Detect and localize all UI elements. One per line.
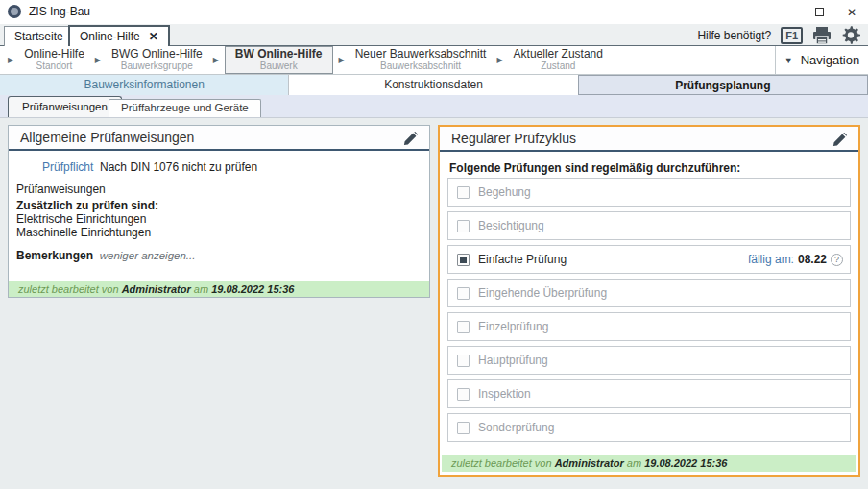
window-controls: ✕	[770, 0, 868, 24]
title-bar: ZIS Ing-Bau ✕	[0, 0, 868, 24]
main-tabs: Bauwerksinformationen Konstruktionsdaten…	[0, 75, 868, 95]
checkbox[interactable]	[457, 287, 470, 300]
last-edited-bar: zuletzt bearbeitet von Administrator am …	[442, 455, 856, 472]
panel-regulaerer-pruefzyklus: Regulärer Prüfzyklus Folgende Prüfungen …	[438, 125, 860, 477]
panel-title: Allgemeine Prüfanweisungen	[20, 130, 194, 145]
app-window: ZIS Ing-Bau ✕ Startseite Online-Hilfe ✕ …	[0, 0, 868, 489]
sub-tab-strip: Prüfanweisungen Prüffahrzeuge und Geräte	[0, 95, 868, 118]
edit-button[interactable]	[400, 130, 420, 149]
breadcrumb-item-bauwerksgruppe[interactable]: BWG Online-Hilfe Bauwerksgruppe	[107, 48, 207, 72]
pencil-icon	[402, 132, 418, 147]
window-title: ZIS Ing-Bau	[29, 5, 90, 18]
due-date-group: fällig am: 08.22 ?	[748, 253, 843, 266]
breadcrumb-arrow-icon: ▶	[333, 56, 350, 64]
minimize-icon	[782, 12, 791, 12]
checkrow-sonderpruefung[interactable]: Sonderprüfung	[447, 413, 851, 442]
last-edited-user: Administrator	[555, 457, 624, 469]
pencil-icon	[832, 133, 847, 148]
breadcrumb-item-standort[interactable]: Online-Hilfe Standort	[19, 48, 89, 72]
breadcrumb-bar: ▶ Online-Hilfe Standort ▶ BWG Online-Hil…	[0, 46, 868, 75]
tab-bauwerksinformationen[interactable]: Bauwerksinformationen	[0, 75, 289, 95]
pruefpflicht-row: Prüfpflicht Nach DIN 1076 nicht zu prüfe…	[42, 160, 257, 174]
breadcrumb-arrow-icon: ▶	[2, 56, 19, 64]
panel-title: Regulärer Prüfzyklus	[451, 131, 576, 146]
bemerkungen-row: Bemerkungen weniger anzeigen...	[16, 249, 195, 262]
zusatz-heading: Zusätzlich zu prüfen sind:	[16, 199, 158, 212]
document-tabstrip: Startseite Online-Hilfe ✕ Hilfe benötigt…	[0, 24, 868, 46]
last-edited-bar: zuletzt bearbeitet von Administrator am …	[9, 281, 429, 297]
checkrow-begehung[interactable]: Begehung	[447, 178, 851, 207]
checkrow-einzelpruefung[interactable]: Einzelprüfung	[447, 312, 851, 341]
last-edited-user: Administrator	[122, 283, 191, 295]
checklist-intro: Folgende Prüfungen sind regelmäßig durch…	[449, 161, 740, 175]
checkbox[interactable]	[457, 355, 470, 367]
panel-header: Regulärer Prüfzyklus	[440, 127, 858, 152]
settings-button[interactable]	[841, 26, 860, 45]
checkbox[interactable]	[457, 388, 470, 401]
checkrow-besichtigung[interactable]: Besichtigung	[447, 211, 851, 240]
close-icon: ✕	[847, 6, 856, 19]
bemerkungen-label: Bemerkungen	[16, 249, 93, 262]
checkrow-inspektion[interactable]: Inspektion	[447, 379, 851, 408]
checkbox[interactable]	[457, 220, 470, 232]
tab-pruefungsplanung-active[interactable]: Prüfungsplanung	[578, 75, 868, 95]
edit-button[interactable]	[830, 131, 849, 150]
checkbox[interactable]	[457, 321, 470, 333]
maximize-icon	[815, 8, 824, 16]
pruefanweisungen-link[interactable]: Prüfanweisungen	[16, 183, 106, 196]
chevron-down-icon: ▼	[784, 56, 793, 65]
last-edited-datetime: 19.08.2022 15:36	[644, 457, 727, 469]
maximize-button[interactable]	[803, 0, 835, 24]
checklist: Begehung Besichtigung Einfache Prüfung f…	[447, 178, 851, 447]
breadcrumb-arrow-icon: ▶	[89, 56, 107, 64]
checkrow-einfache-pruefung[interactable]: Einfache Prüfung fällig am: 08.22 ?	[447, 245, 851, 274]
pruefpflicht-value: Nach DIN 1076 nicht zu prüfen	[100, 160, 257, 174]
zusatz-item: Elektrische Einrichtungen	[16, 212, 146, 226]
app-logo-icon	[8, 5, 21, 18]
close-button[interactable]: ✕	[835, 0, 868, 24]
tab-label: Startseite	[14, 30, 63, 43]
breadcrumb-arrow-icon: ▶	[207, 56, 225, 64]
breadcrumb-item-zustand[interactable]: Aktueller Zustand Zustand	[509, 48, 608, 72]
pruefpflicht-label: Prüfpflicht	[42, 160, 93, 174]
tab-close-icon[interactable]: ✕	[149, 30, 158, 43]
due-value: 08.22	[798, 253, 827, 266]
breadcrumb-item-bauwerksabschnitt[interactable]: Neuer Bauwerksabschnitt Bauwerksabschnit…	[350, 48, 492, 72]
breadcrumb-item-bauwerk-active[interactable]: BW Online-Hilfe Bauwerk	[225, 46, 333, 74]
tab-online-hilfe[interactable]: Online-Hilfe ✕	[68, 25, 170, 46]
subtab-pruefanweisungen-active[interactable]: Prüfanweisungen	[8, 96, 122, 117]
panel-allgemeine-pruefanweisungen: Allgemeine Prüfanweisungen Prüfpflicht N…	[8, 125, 430, 298]
zusatz-item: Maschinelle Einrichtungen	[16, 226, 151, 239]
checkbox[interactable]	[457, 186, 470, 199]
help-question-icon[interactable]: ?	[831, 254, 843, 266]
tab-label: Online-Hilfe	[80, 30, 140, 43]
checkbox[interactable]	[457, 422, 470, 434]
due-label: fällig am:	[748, 253, 794, 266]
tab-startseite[interactable]: Startseite	[4, 26, 74, 46]
minimize-button[interactable]	[770, 0, 803, 24]
printer-icon	[812, 27, 832, 44]
f1-help-button[interactable]: F1	[781, 27, 803, 44]
breadcrumb: ▶ Online-Hilfe Standort ▶ BWG Online-Hil…	[2, 46, 608, 74]
print-button[interactable]	[812, 26, 832, 45]
gear-icon	[841, 25, 860, 45]
panel-header: Allgemeine Prüfanweisungen	[9, 126, 429, 151]
navigation-dropdown-button[interactable]: ▼ Navigation	[775, 46, 868, 74]
checkrow-eingehende-ueberpruefung[interactable]: Eingehende Überprüfung	[447, 279, 851, 307]
subtab-prueffahrzeuge[interactable]: Prüffahrzeuge und Geräte	[108, 99, 261, 117]
checkrow-hauptpruefung[interactable]: Hauptprüfung	[447, 346, 851, 375]
breadcrumb-arrow-icon: ▶	[491, 56, 508, 64]
show-less-link[interactable]: weniger anzeigen...	[100, 250, 196, 261]
last-edited-datetime: 19.08.2022 15:36	[211, 283, 294, 295]
navigation-label: Navigation	[801, 53, 859, 67]
checkbox-checked[interactable]	[457, 254, 470, 266]
tab-konstruktionsdaten[interactable]: Konstruktionsdaten	[289, 75, 577, 95]
help-needed-label: Hilfe benötigt?	[697, 29, 771, 42]
